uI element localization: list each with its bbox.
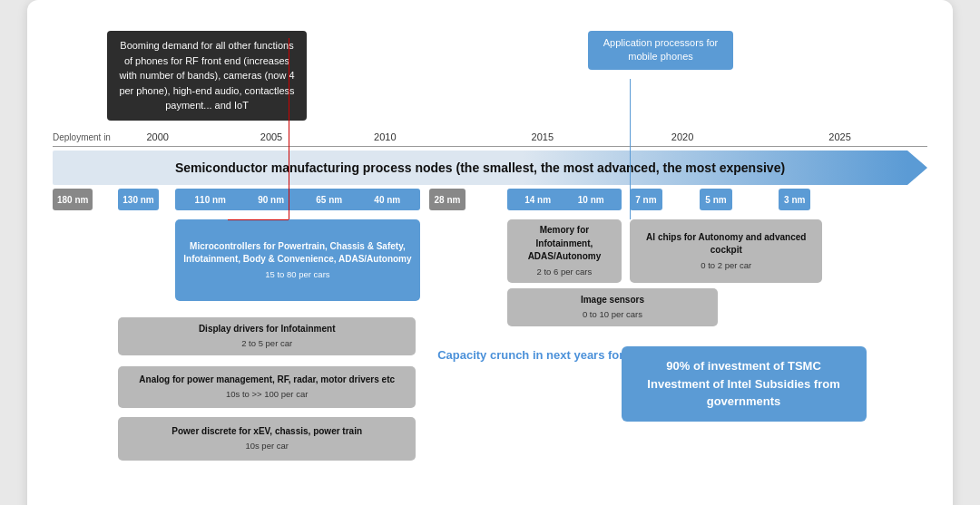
deploy-label: Deployment in [53,132,111,142]
memory-box: Memory for Infotainment, ADAS/Autonomy 2… [507,219,621,283]
content-area: Microcontrollers for Powertrain, Chassis… [53,219,927,500]
image-sensors-count: 0 to 10 per cars [583,308,642,321]
ai-chips-title: AI chips for Autonomy and advanced cockp… [635,231,817,257]
microcontrollers-box: Microcontrollers for Powertrain, Chassis… [175,219,420,301]
node-5nm: 5 nm [700,189,731,210]
year-2005: 2005 [260,131,282,142]
timeline-area: Booming demand for all other functions o… [53,22,927,500]
node-group-2: 14 nm 10 nm [507,189,621,210]
display-drivers-title: Display drivers for Infotainment [199,323,336,336]
heading-row: Semiconductor manufacturing process node… [53,151,927,185]
power-discrete-title: Power discrete for xEV, chassis, power t… [172,425,362,439]
power-discrete-count: 10s per car [245,440,289,452]
blue-annotation-box: Application processors for mobile phones [588,31,733,70]
analog-title: Analog for power management, RF, radar, … [139,374,395,387]
connector-red-vertical [289,38,289,219]
microcontrollers-count: 15 to 80 per cars [265,268,329,281]
node-28nm: 28 nm [429,189,466,210]
node-180nm: 180 nm [53,189,93,210]
year-axis: Deployment in 2000 2005 2010 2015 2020 2… [53,121,927,147]
node-130nm: 130 nm [118,189,158,210]
node-110nm: 110 nm [195,195,226,205]
node-10nm: 10 nm [578,195,604,205]
ai-chips-count: 0 to 2 per car [701,259,751,272]
node-65nm: 65 nm [316,195,342,205]
node-row: 180 nm 130 nm 110 nm 90 nm 65 nm 40 nm 2… [53,187,927,214]
display-drivers-box: Display drivers for Infotainment 2 to 5 … [118,317,416,355]
image-sensors-title: Image sensors [581,294,644,307]
connector-red-horizontal [228,219,289,220]
node-7nm: 7 nm [630,189,662,210]
year-2025: 2025 [828,131,850,142]
ai-chips-box: AI chips for Autonomy and advanced cockp… [630,219,822,283]
year-2015: 2015 [532,131,554,142]
display-drivers-count: 2 to 5 per car [241,337,292,350]
heading-bg: Semiconductor manufacturing process node… [53,151,907,185]
arrow-head [907,151,927,185]
analog-count: 10s to >> 100 per car [226,388,308,401]
node-group-1: 110 nm 90 nm 65 nm 40 nm [175,189,420,210]
power-discrete-box: Power discrete for xEV, chassis, power t… [118,417,416,461]
year-2000: 2000 [146,131,168,142]
connector-blue-vertical [630,79,631,219]
year-2020: 2020 [671,131,693,142]
node-40nm: 40 nm [374,195,400,205]
microcontrollers-title: Microcontrollers for Powertrain, Chassis… [181,240,415,267]
image-sensors-box: Image sensors 0 to 10 per cars [507,288,717,326]
invest-box: 90% of investment of TSMC Investment of … [622,346,867,422]
top-annotations: Booming demand for all other functions o… [53,22,927,121]
memory-title: Memory for Infotainment, ADAS/Autonomy [513,224,615,264]
node-3nm: 3 nm [779,189,810,210]
dark-annotation-box: Booming demand for all other functions o… [107,31,307,121]
node-90nm: 90 nm [258,195,284,205]
main-heading: Semiconductor manufacturing process node… [175,160,785,175]
main-card: Booming demand for all other functions o… [27,0,953,505]
year-2010: 2010 [374,131,396,142]
memory-count: 2 to 6 per cars [537,266,593,278]
analog-box: Analog for power management, RF, radar, … [118,366,416,408]
node-14nm: 14 nm [524,195,551,205]
